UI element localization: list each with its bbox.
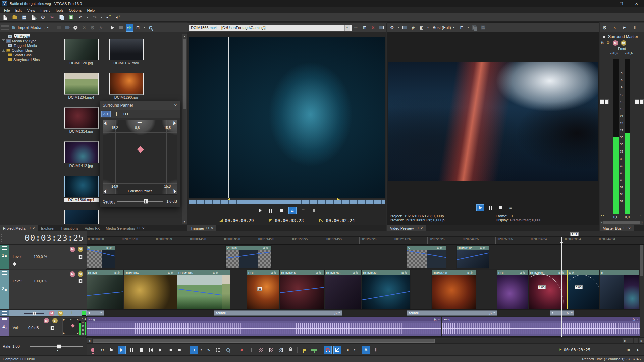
track1-row[interactable]: V...⊞fx≡ VEGAS ...⊞fx≡ V...⊞fx≡ DCIM3112…: [87, 245, 644, 269]
tab-trimmer[interactable]: Trimmer❒✕: [187, 225, 216, 232]
close-icon[interactable]: ✕: [174, 103, 177, 108]
add-bus-button[interactable]: ⊼: [611, 24, 619, 32]
media-item[interactable]: DCIM1234.mp4: [64, 73, 99, 99]
audio-clip[interactable]: s...≡: [87, 310, 104, 316]
event-fx-icon[interactable]: fx: [523, 271, 525, 274]
preview-menu-button[interactable]: ≡: [506, 204, 515, 211]
timeline-clip[interactable]: DCIM1⊞fx≡: [87, 270, 123, 309]
slider-handle[interactable]: [33, 312, 36, 315]
timeline-vscrollbar[interactable]: [640, 245, 644, 337]
redo-dropdown[interactable]: ▼: [100, 14, 103, 21]
event-pan-crop-icon[interactable]: ⊞: [401, 271, 404, 274]
marker-tag[interactable]: 9:11: [570, 232, 579, 236]
tree-item-media-by-type[interactable]: +Media By Type: [2, 39, 61, 43]
event-fx-icon[interactable]: fx: [266, 246, 268, 249]
audio-clip-song[interactable]: songfx≡: [442, 317, 640, 336]
insert-region-button[interactable]: [310, 346, 318, 354]
timeline-clip[interactable]: DCIM1845⊞fx≡: [177, 270, 222, 309]
split-screen-button[interactable]: ◧: [418, 24, 425, 32]
tab-transitions[interactable]: Transitions: [58, 226, 82, 231]
track-header-1[interactable]: 1▦ M S! Level: 100,0 %: [0, 245, 87, 269]
playhead-marker-icon[interactable]: [560, 242, 563, 246]
media-item-selected[interactable]: DCIM1566.mp4: [64, 176, 99, 202]
vol-slider[interactable]: [44, 328, 60, 328]
tab-project-media[interactable]: Project Media❒✕: [0, 225, 38, 232]
audio-clip-song[interactable]: songfx≡: [87, 317, 441, 336]
event-menu-icon[interactable]: ≡: [526, 271, 527, 274]
normal-edit-tool-button[interactable]: ➤: [190, 346, 198, 354]
mute-button[interactable]: M: [49, 311, 54, 316]
surround-pan-icon[interactable]: ✛: [70, 311, 74, 315]
master-fader-left[interactable]: [600, 99, 609, 104]
timeline-clip[interactable]: DCIM3112⊞fx≡: [456, 245, 489, 269]
scroll-down-icon[interactable]: ▼: [182, 219, 187, 224]
float-window-button[interactable]: ❒: [416, 227, 418, 230]
play-from-start-button[interactable]: [108, 346, 116, 354]
timeline-hscrollbar[interactable]: ◀ ▶ − + ⊞: [87, 338, 644, 343]
trimmer-media-combobox[interactable]: DCIM1566.mp4 [C:\User\Footage\Gaming\] ▼: [189, 25, 352, 31]
event-menu-icon[interactable]: ≡: [575, 271, 577, 274]
tab-explorer[interactable]: Explorer: [38, 226, 58, 231]
event-menu-icon[interactable]: ≡: [571, 311, 573, 315]
master-fader-right[interactable]: [635, 99, 644, 104]
zoom-edit-tool-button[interactable]: [224, 346, 232, 354]
scroll-left-icon[interactable]: ◀: [87, 338, 92, 343]
media-item[interactable]: DCIM1137.mov: [109, 39, 144, 65]
preview-video[interactable]: [388, 62, 598, 181]
split-button[interactable]: [277, 346, 285, 354]
center-slider[interactable]: [117, 201, 163, 202]
event-fx-icon[interactable]: fx: [216, 271, 218, 274]
pan-mode-button[interactable]: ✛: [113, 110, 120, 118]
slider-handle[interactable]: [78, 255, 83, 259]
event-menu-icon[interactable]: ≡: [269, 246, 270, 249]
save-button[interactable]: [20, 14, 28, 21]
cut-button[interactable]: ✂: [48, 14, 56, 21]
tab-video-fx[interactable]: Video FX: [82, 226, 103, 231]
track1-color-strip[interactable]: 1▦: [0, 245, 9, 269]
display-media-markers-button[interactable]: ABC: [353, 24, 360, 32]
preview-destination-button[interactable]: [55, 24, 63, 32]
timeline-clip[interactable]: DCIM1765⊞fx≡: [325, 270, 362, 309]
track-header-3[interactable]: M S! ✛: [0, 310, 87, 316]
undo-button[interactable]: ↶: [76, 14, 85, 21]
event-fx-icon[interactable]: fx: [171, 271, 173, 274]
event-fx-icon[interactable]: fx: [633, 317, 635, 321]
timeline-clip[interactable]: [624, 270, 639, 309]
mini-surround-panner[interactable]: ◤ ▲ ◥ ◣ ◢: [62, 318, 79, 335]
external-control-button[interactable]: ⌘: [362, 346, 370, 354]
event-fx-icon[interactable]: fx: [274, 271, 276, 274]
slider-handle[interactable]: [50, 326, 54, 330]
scroll-right-icon[interactable]: ›: [641, 221, 643, 224]
auto-ripple-button[interactable]: [333, 346, 341, 354]
event-menu-icon[interactable]: ≡: [565, 271, 566, 274]
event-menu-icon[interactable]: ≡: [443, 246, 445, 249]
event-menu-icon[interactable]: ≡: [277, 271, 278, 274]
preview-settings-button[interactable]: ⚙: [388, 24, 396, 32]
timeline-clip[interactable]: DCIM1867⊞fx≡: [123, 270, 177, 309]
tree-item-all-media[interactable]: All Media: [8, 34, 61, 38]
event-fx-icon[interactable]: fx: [572, 271, 574, 274]
event-fx-icon[interactable]: fx: [405, 271, 407, 274]
maximize-button[interactable]: ❒: [614, 0, 629, 7]
record-button[interactable]: [89, 346, 97, 354]
menu-item[interactable]: Insert: [38, 8, 52, 13]
in-marker-icon[interactable]: [228, 198, 230, 200]
settings-dropdown[interactable]: ▼: [397, 24, 400, 32]
pan-slider[interactable]: [24, 313, 44, 314]
pan-point-handle[interactable]: [137, 146, 144, 153]
keyframe-diamond-icon[interactable]: [13, 262, 16, 266]
overlays-dropdown[interactable]: ▼: [467, 24, 470, 32]
loop-playback-button[interactable]: ↻: [98, 346, 106, 354]
event-fx-icon[interactable]: fx: [562, 271, 564, 274]
close-tab-button[interactable]: ✕: [420, 227, 423, 230]
close-tab-button[interactable]: ✕: [142, 227, 145, 230]
timeline-options-button[interactable]: ⊞: [624, 346, 632, 354]
event-menu-icon[interactable]: ≡: [174, 271, 176, 274]
event-pan-crop-icon[interactable]: ⊞: [353, 271, 355, 274]
ripple-dropdown[interactable]: ▼: [353, 346, 356, 354]
solo-button[interactable]: S!: [58, 311, 63, 316]
scroll-up-icon[interactable]: ▲: [182, 34, 187, 38]
event-fx-icon[interactable]: fx: [319, 271, 321, 274]
close-tab-button[interactable]: ✕: [32, 227, 35, 230]
timeline-clip[interactable]: DCIM1314⊞fx≡: [280, 270, 325, 309]
